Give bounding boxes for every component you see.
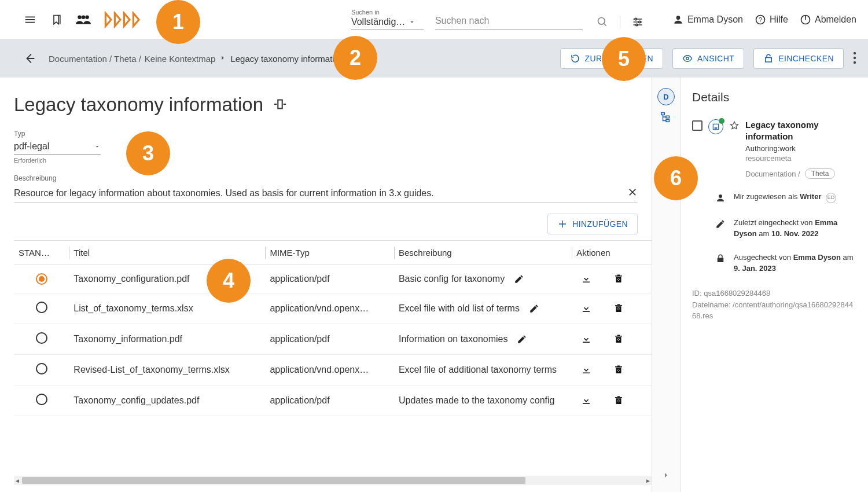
menu-icon[interactable] bbox=[22, 12, 38, 28]
details-heading: Details bbox=[692, 90, 856, 104]
delete-icon[interactable] bbox=[613, 334, 624, 344]
rail-collapse-icon[interactable] bbox=[661, 471, 671, 482]
person-icon bbox=[715, 193, 726, 205]
edit-icon[interactable] bbox=[514, 274, 524, 284]
svg-point-4 bbox=[635, 18, 637, 20]
delete-icon[interactable] bbox=[613, 303, 624, 314]
col-standard[interactable]: STAN… bbox=[14, 241, 69, 265]
type-helper: Erforderlich bbox=[14, 157, 101, 164]
table-row: Taxonomy_config_updates.pdfapplication/p… bbox=[14, 385, 652, 416]
help-link[interactable]: ? Hilfe bbox=[755, 14, 788, 25]
breadcrumb-no-contextmap[interactable]: Keine Kontextmap bbox=[145, 54, 216, 64]
horizontal-scrollbar[interactable]: ◄ ► bbox=[14, 476, 652, 485]
description-input[interactable]: Resource for legacy information about ta… bbox=[14, 183, 638, 203]
row-radio[interactable] bbox=[36, 302, 47, 313]
person-icon bbox=[672, 14, 684, 25]
rename-icon[interactable] bbox=[273, 98, 288, 112]
download-icon[interactable] bbox=[581, 334, 591, 344]
rail-tab-details[interactable]: D bbox=[657, 88, 675, 105]
annotation-1: 1 bbox=[156, 0, 200, 44]
user-menu[interactable]: Emma Dyson bbox=[672, 14, 743, 25]
app-logo bbox=[102, 10, 148, 29]
download-icon[interactable] bbox=[581, 303, 591, 314]
delete-icon[interactable] bbox=[613, 274, 624, 284]
help-label: Hilfe bbox=[770, 14, 788, 25]
avatar-mini: ED bbox=[826, 193, 836, 203]
search-scope-dropdown[interactable]: Suchen in Vollständig… bbox=[351, 9, 424, 30]
details-path-chip[interactable]: Theta bbox=[805, 168, 836, 179]
rail-tab-tree[interactable] bbox=[660, 111, 672, 126]
row-mime: application/vnd.openx… bbox=[265, 293, 394, 324]
header-right: Emma Dyson ? Hilfe Abmelden bbox=[672, 14, 856, 25]
table-row: Revised-List_of_taxonomy_terms.xlsxappli… bbox=[14, 355, 652, 385]
svg-rect-26 bbox=[715, 127, 718, 128]
row-desc: Excel file of additional taxonomy terms bbox=[394, 355, 572, 385]
annotation-3: 3 bbox=[126, 131, 170, 175]
details-status: Authoring:work bbox=[745, 144, 856, 153]
row-desc: Excel file with old list of terms bbox=[394, 293, 572, 324]
edit-icon[interactable] bbox=[517, 334, 527, 344]
add-button[interactable]: HINZUFÜGEN bbox=[547, 214, 638, 234]
annotation-4: 4 bbox=[207, 259, 251, 303]
search-icon[interactable] bbox=[594, 14, 610, 30]
bookmark-icon[interactable] bbox=[49, 12, 65, 28]
tune-icon[interactable] bbox=[630, 14, 646, 30]
svg-text:?: ? bbox=[759, 16, 762, 23]
details-panel: Details Legacy taxonomy information Auth… bbox=[680, 78, 868, 492]
download-icon[interactable] bbox=[581, 395, 591, 406]
type-label: Typ bbox=[14, 130, 101, 138]
table-row: Taxonomy_configuration.pdfapplication/pd… bbox=[14, 265, 652, 293]
chevron-down-icon bbox=[94, 143, 101, 150]
scrollbar-thumb[interactable] bbox=[22, 477, 525, 484]
side-rail: D bbox=[652, 78, 680, 492]
details-path-prefix: Documentation / bbox=[745, 170, 800, 178]
clear-icon[interactable] bbox=[627, 187, 638, 199]
col-mime[interactable]: MIME-Typ bbox=[265, 241, 394, 265]
row-title: Taxonomy_information.pdf bbox=[69, 324, 265, 355]
table-row: List_of_taxonomy_terms.xlsxapplication/v… bbox=[14, 293, 652, 324]
breadcrumb: Documentation / Theta / Keine Kontextmap… bbox=[49, 54, 344, 64]
people-icon[interactable] bbox=[75, 12, 91, 28]
col-desc[interactable]: Beschreibung bbox=[394, 241, 572, 265]
type-select[interactable]: pdf-legal bbox=[14, 139, 101, 155]
add-label: HINZUFÜGEN bbox=[572, 219, 628, 229]
user-name: Emma Dyson bbox=[687, 14, 743, 25]
search-input[interactable] bbox=[435, 12, 583, 30]
details-checkbox[interactable] bbox=[692, 120, 703, 131]
row-radio[interactable] bbox=[36, 363, 47, 374]
svg-point-14 bbox=[854, 56, 856, 58]
svg-point-3 bbox=[598, 18, 605, 25]
row-radio[interactable] bbox=[36, 273, 47, 285]
download-icon[interactable] bbox=[581, 365, 591, 375]
annotation-5: 5 bbox=[602, 37, 646, 81]
delete-icon[interactable] bbox=[613, 365, 624, 375]
chevron-down-icon bbox=[409, 19, 415, 25]
breadcrumb-path[interactable]: Documentation / Theta / bbox=[49, 54, 141, 64]
svg-point-6 bbox=[636, 24, 638, 25]
annotation-2: 2 bbox=[333, 36, 377, 80]
more-menu[interactable] bbox=[853, 52, 856, 66]
checkin-button[interactable]: EINCHECKEN bbox=[753, 48, 844, 69]
download-icon[interactable] bbox=[581, 274, 591, 284]
delete-icon[interactable] bbox=[613, 395, 624, 406]
row-radio[interactable] bbox=[36, 394, 47, 405]
search-block: Suchen in Vollständig… bbox=[351, 9, 646, 30]
back-icon[interactable] bbox=[22, 50, 38, 67]
edit-icon[interactable] bbox=[529, 303, 539, 314]
lock-icon bbox=[715, 254, 726, 266]
star-icon[interactable] bbox=[729, 120, 740, 133]
svg-point-13 bbox=[854, 52, 856, 54]
view-button[interactable]: ANSICHT bbox=[672, 48, 744, 69]
scroll-right-icon[interactable]: ► bbox=[645, 477, 652, 484]
svg-point-11 bbox=[686, 57, 689, 60]
col-actions: Aktionen bbox=[572, 241, 652, 265]
row-mime: application/pdf bbox=[265, 265, 394, 293]
annotation-6: 6 bbox=[654, 156, 698, 200]
top-header: Suchen in Vollständig… Emma Dyson ? Hilf… bbox=[0, 0, 868, 39]
svg-point-27 bbox=[719, 194, 722, 198]
help-icon: ? bbox=[755, 14, 766, 25]
row-title: Revised-List_of_taxonomy_terms.xlsx bbox=[69, 355, 265, 385]
logout-link[interactable]: Abmelden bbox=[800, 14, 856, 25]
row-radio[interactable] bbox=[36, 332, 47, 344]
scroll-left-icon[interactable]: ◄ bbox=[14, 477, 21, 484]
